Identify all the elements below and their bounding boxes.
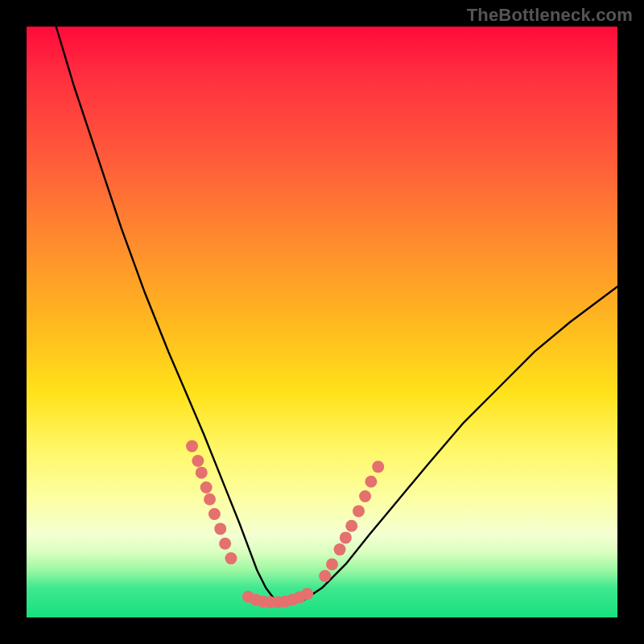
watermark-text: TheBottleneck.com [467,5,633,26]
chart-stage: TheBottleneck.com [0,0,644,644]
plot-area [27,27,617,617]
scatter-dot [340,531,352,543]
scatter-dot [365,476,377,488]
scatter-dot [319,570,331,582]
scatter-dot [214,522,226,535]
scatter-dot [192,455,204,467]
scatter-dot [334,543,346,555]
scatter-dot [353,505,365,517]
bottleneck-curve [56,27,617,603]
scatter-dot [301,588,313,600]
scatter-dot [204,493,216,506]
scatter-dot [200,481,213,493]
scatter-dot [186,440,198,452]
chart-svg [27,27,617,617]
scatter-dot [196,467,208,479]
scatter-dot [225,552,237,564]
scatter-dot [372,460,384,473]
scatter-dot [208,508,221,520]
scatter-dot [326,558,338,570]
scatter-dot [219,538,231,550]
scatter-dot [345,520,357,532]
scatter-dot [359,490,371,502]
